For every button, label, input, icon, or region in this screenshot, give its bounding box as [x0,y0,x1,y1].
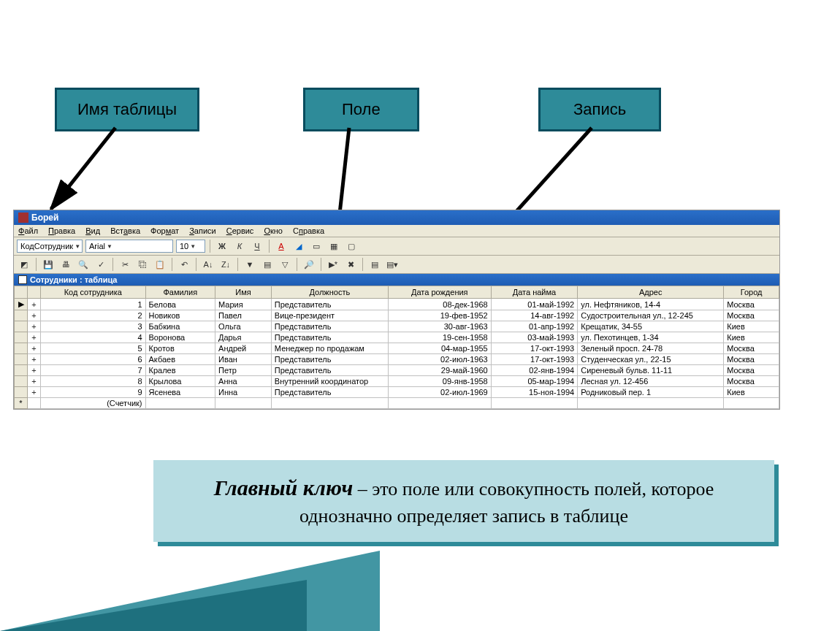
table-row[interactable]: +3БабкинаОльгаПредставитель30-авг-196301… [15,321,779,332]
font-size[interactable]: 10▼ [176,240,205,253]
table-row[interactable]: +7КралевПетрПредставитель29-май-196002-я… [15,365,779,376]
menubar[interactable]: Файл Правка Вид Вставка Формат Записи Се… [14,225,779,237]
expand-icon[interactable]: + [28,376,41,387]
menu-file[interactable]: Файл [18,226,38,235]
expand-icon[interactable]: + [28,365,41,376]
filter-form-button[interactable]: ▤ [260,257,275,272]
cell-dob[interactable]: 30-авг-1963 [388,321,491,332]
row-selector[interactable] [15,365,28,376]
cell-addr[interactable]: Зеленый просп. 24-78 [578,343,724,354]
db-window-button[interactable]: ▤ [367,257,382,272]
cell-city[interactable]: Киев [724,332,779,343]
cell-firstname[interactable]: Анна [215,376,272,387]
subwindow-titlebar[interactable]: Сотрудники : таблица [14,274,779,286]
gridlines-button[interactable]: ▦ [327,239,341,253]
row-selector[interactable]: ▶ [15,299,28,310]
expand-icon[interactable]: + [28,321,41,332]
cell-role[interactable]: Менеджер по продажам [271,343,388,354]
cell-firstname[interactable]: Мария [215,299,272,310]
menu-format[interactable]: Формат [150,226,179,235]
cell-city[interactable]: Москва [724,354,779,365]
data-grid[interactable]: Код сотрудника Фамилия Имя Должность Дат… [14,286,779,409]
cell-role[interactable]: Представитель [271,387,388,398]
row-selector[interactable] [15,310,28,321]
titlebar[interactable]: Борей [14,210,779,225]
cell-dob[interactable]: 19-сен-1958 [388,332,491,343]
cell-role[interactable]: Представитель [271,365,388,376]
table-row[interactable]: +4ВороноваДарьяПредставитель19-сен-19580… [15,332,779,343]
cell-hire[interactable]: 15-ноя-1994 [491,387,578,398]
cell-dob[interactable]: 09-янв-1958 [388,376,491,387]
table-row[interactable]: ▶+1БеловаМарияПредставитель08-дек-196801… [15,299,779,310]
cell-hire[interactable]: 01-май-1992 [491,299,578,310]
row-selector[interactable] [15,354,28,365]
expand-icon[interactable]: + [28,387,41,398]
cell-addr[interactable]: Крещатик, 34-55 [578,321,724,332]
filter-selection-button[interactable]: ▼ [243,257,257,272]
cell-id[interactable]: 9 [41,387,146,398]
undo-button[interactable]: ↶ [177,257,191,272]
cell-id[interactable]: 4 [41,332,146,343]
cell-id[interactable]: 1 [41,299,146,310]
col-dob[interactable]: Дата рождения [388,286,491,299]
cell-addr[interactable]: Лесная ул. 12-456 [578,376,724,387]
cell-firstname[interactable]: Петр [215,365,272,376]
row-selector[interactable] [15,387,28,398]
col-addr[interactable]: Адрес [578,286,724,299]
font-name[interactable]: Arial▼ [85,240,173,253]
cell-addr[interactable]: Родниковый пер. 1 [578,387,724,398]
cell-lastname[interactable]: Бабкина [145,321,215,332]
save-button[interactable]: 💾 [41,257,56,272]
menu-edit[interactable]: Правка [48,226,75,235]
cell-dob[interactable]: 08-дек-1968 [388,299,491,310]
col-hire[interactable]: Дата найма [491,286,578,299]
cell-firstname[interactable]: Дарья [215,332,272,343]
expand-icon[interactable]: + [28,310,41,321]
cell-firstname[interactable]: Павел [215,310,272,321]
cell-role[interactable]: Представитель [271,332,388,343]
cell-dob[interactable]: 19-фев-1952 [388,310,491,321]
menu-records[interactable]: Записи [189,226,216,235]
cell-lastname[interactable]: Кралев [145,365,215,376]
col-city[interactable]: Город [724,286,779,299]
cell-dob[interactable]: 02-июл-1963 [388,354,491,365]
table-row[interactable]: +8КрыловаАннаВнутренний координатор09-ян… [15,376,779,387]
cell-addr[interactable]: ул. Нефтяников, 14-4 [578,299,724,310]
cell-id[interactable]: 5 [41,343,146,354]
cell-lastname[interactable]: Белова [145,299,215,310]
col-role[interactable]: Должность [271,286,388,299]
col-id[interactable]: Код сотрудника [41,286,146,299]
cell-id[interactable]: 6 [41,354,146,365]
toggle-filter-button[interactable]: ▽ [278,257,292,272]
cell-addr[interactable]: Сиреневый бульв. 11-11 [578,365,724,376]
cell-addr[interactable]: Судостроительная ул., 12-245 [578,310,724,321]
cell-id[interactable]: 2 [41,310,146,321]
cell-role[interactable]: Представитель [271,299,388,310]
cell-firstname[interactable]: Андрей [215,343,272,354]
special-effect-button[interactable]: ▢ [344,239,359,253]
cell-city[interactable]: Киев [724,387,779,398]
cell-id[interactable]: 7 [41,365,146,376]
cell-city[interactable]: Москва [724,299,779,310]
cell-city[interactable]: Москва [724,343,779,354]
cell-role[interactable]: Внутренний координатор [271,376,388,387]
new-record-button[interactable]: ▶* [326,257,340,272]
cut-button[interactable]: ✂ [118,257,132,272]
delete-record-button[interactable]: ✖ [343,257,358,272]
copy-button[interactable]: ⿻ [135,257,150,272]
table-row[interactable]: +5КротовАндрейМенеджер по продажам04-мар… [15,343,779,354]
underline-button[interactable]: Ч [250,239,264,253]
menu-insert[interactable]: Вставка [110,226,140,235]
view-button[interactable]: ◩ [17,257,31,272]
row-selector[interactable]: * [15,398,28,409]
cell-firstname[interactable]: Иван [215,354,272,365]
find-button[interactable]: 🔎 [302,257,316,272]
line-color-button[interactable]: ▭ [309,239,324,253]
cell-lastname[interactable]: Воронова [145,332,215,343]
cell-role[interactable]: Вице-президент [271,310,388,321]
new-record-row[interactable]: *(Счетчик) [15,398,779,409]
cell-dob[interactable]: 04-мар-1955 [388,343,491,354]
expand-icon[interactable]: + [28,299,41,310]
cell-lastname[interactable]: Акбаев [145,354,215,365]
italic-button[interactable]: К [232,239,247,253]
